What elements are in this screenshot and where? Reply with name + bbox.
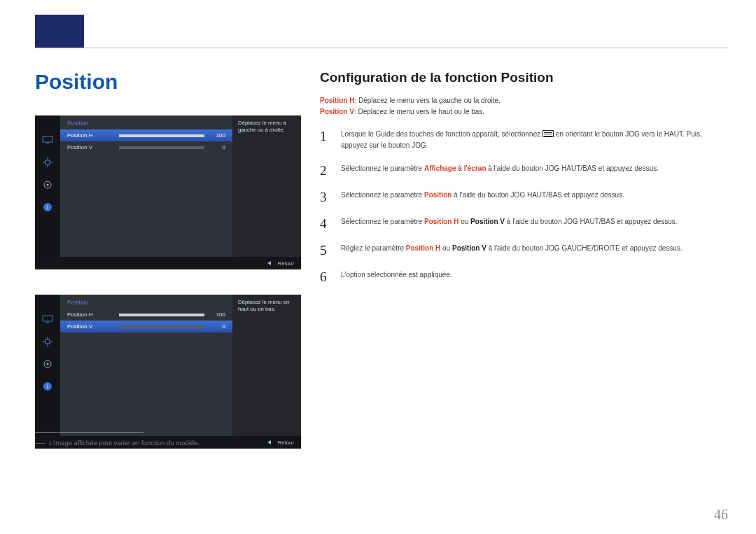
def-key: Position V <box>320 108 354 115</box>
svg-rect-2 <box>46 160 50 164</box>
step-text: à l'aide du bouton JOG HAUT/BAS et appuy… <box>505 218 678 225</box>
content-heading: Configuration de la fonction Position <box>320 70 724 85</box>
osd-value: 0 <box>210 323 225 330</box>
osd-row-position-h[interactable]: Position H 100 <box>60 129 232 141</box>
osd-slider[interactable] <box>119 134 204 137</box>
osd-screenshot-position-v: i Position Position H 100 Position V 0 D… <box>35 295 301 449</box>
back-arrow-icon[interactable] <box>267 261 271 265</box>
dash-icon: ― <box>35 439 45 447</box>
step-text: Lorsque le Guide des touches de fonction… <box>341 130 542 138</box>
step-text: Sélectionnez le paramètre <box>341 218 424 225</box>
svg-rect-7 <box>43 316 52 321</box>
menu-icon <box>542 130 554 137</box>
def-text: : Déplacez le menu vers la gauche ou la … <box>354 97 500 104</box>
step-text: ou <box>440 244 452 252</box>
gear-icon <box>41 180 54 190</box>
footnote-text: L'image affichée peut varier en fonction… <box>49 439 200 447</box>
osd-return-label[interactable]: Retour <box>278 440 294 446</box>
svg-rect-9 <box>46 339 50 344</box>
highlight: Position <box>424 191 451 199</box>
step-text: Sélectionnez le paramètre <box>341 191 424 199</box>
monitor-icon <box>41 314 54 324</box>
bold: Position V <box>452 244 486 252</box>
svg-rect-8 <box>46 322 49 323</box>
footnote: ― L'image affichée peut varier en foncti… <box>35 439 200 447</box>
svg-rect-1 <box>46 143 49 143</box>
header-rule <box>35 48 728 48</box>
svg-point-4 <box>46 183 48 185</box>
highlight: Position H <box>406 244 440 252</box>
osd-description: Déplacez le menu à gauche ou à droite. <box>232 115 301 257</box>
step-text: ou <box>458 218 470 225</box>
osd-value: 100 <box>210 132 225 139</box>
osd-value: 100 <box>210 311 225 318</box>
page-number: 46 <box>714 507 728 523</box>
osd-row-label: Position H <box>67 311 119 318</box>
osd-row-position-h[interactable]: Position H 100 <box>60 309 232 321</box>
svg-point-11 <box>46 363 48 365</box>
svg-rect-0 <box>43 136 52 142</box>
osd-slider[interactable] <box>119 325 204 328</box>
highlight: Position H <box>424 218 458 225</box>
steps-list: Lorsque le Guide des touches de fonction… <box>320 129 724 283</box>
osd-body: Position Position H 100 Position V 0 <box>60 115 232 257</box>
step-5: Réglez le paramètre Position H ou Positi… <box>320 243 724 257</box>
osd-return-label[interactable]: Retour <box>278 260 294 267</box>
osd-slider[interactable] <box>119 146 204 149</box>
osd-description: Déplacez le menu en haut ou en bas. <box>232 295 301 436</box>
step-6: L'option sélectionnée est appliquée. <box>320 269 724 283</box>
step-text: à l'aide du bouton JOG HAUT/BAS et appuy… <box>451 191 624 199</box>
osd-sidebar: i <box>35 295 60 436</box>
definitions: Position H: Déplacez le menu vers la gau… <box>320 95 724 118</box>
step-text: L'option sélectionnée est appliquée. <box>341 269 452 281</box>
osd-sidebar: i <box>35 115 60 257</box>
bold: Position V <box>470 218 505 225</box>
main-content: Configuration de la fonction Position Po… <box>320 70 724 296</box>
osd-screenshot-position-h: i Position Position H 100 Position V 0 D… <box>35 115 301 269</box>
osd-slider[interactable] <box>119 314 204 316</box>
osd-row-label: Position H <box>67 132 119 139</box>
info-icon: i <box>41 202 54 212</box>
monitor-icon <box>41 135 54 145</box>
step-4: Sélectionnez le paramètre Position H ou … <box>320 216 724 230</box>
step-1: Lorsque le Guide des touches de fonction… <box>320 129 724 150</box>
osd-title: Position <box>60 115 232 129</box>
position-icon <box>41 337 54 346</box>
section-title: Position <box>35 70 118 94</box>
step-3: Sélectionnez le paramètre Position à l'a… <box>320 190 724 204</box>
footnote-rule <box>35 432 144 433</box>
chapter-accent <box>35 15 84 48</box>
osd-footer: Retour <box>35 257 301 269</box>
osd-row-label: Position V <box>67 323 119 330</box>
osd-row-label: Position V <box>67 144 119 150</box>
osd-value: 0 <box>210 144 225 150</box>
def-text: : Déplacez le menu vers le haut ou le ba… <box>354 108 484 115</box>
step-text: à l'aide du bouton JOG GAUCHE/DROITE et … <box>486 244 682 252</box>
gear-icon <box>41 359 54 369</box>
back-arrow-icon[interactable] <box>267 440 271 444</box>
osd-title: Position <box>60 295 232 309</box>
step-text: à l'aide du bouton JOG HAUT/BAS et appuy… <box>486 164 659 172</box>
osd-row-position-v[interactable]: Position V 0 <box>60 141 232 153</box>
osd-body: Position Position H 100 Position V 0 <box>60 295 232 436</box>
position-icon <box>41 157 54 167</box>
osd-row-position-v[interactable]: Position V 0 <box>60 321 232 332</box>
def-key: Position H <box>320 97 354 104</box>
step-2: Sélectionnez le paramètre Affichage à l'… <box>320 163 724 177</box>
step-text: Sélectionnez le paramètre <box>341 164 424 172</box>
info-icon: i <box>41 381 54 391</box>
highlight: Affichage à l'écran <box>424 164 486 172</box>
step-text: Réglez le paramètre <box>341 244 406 252</box>
